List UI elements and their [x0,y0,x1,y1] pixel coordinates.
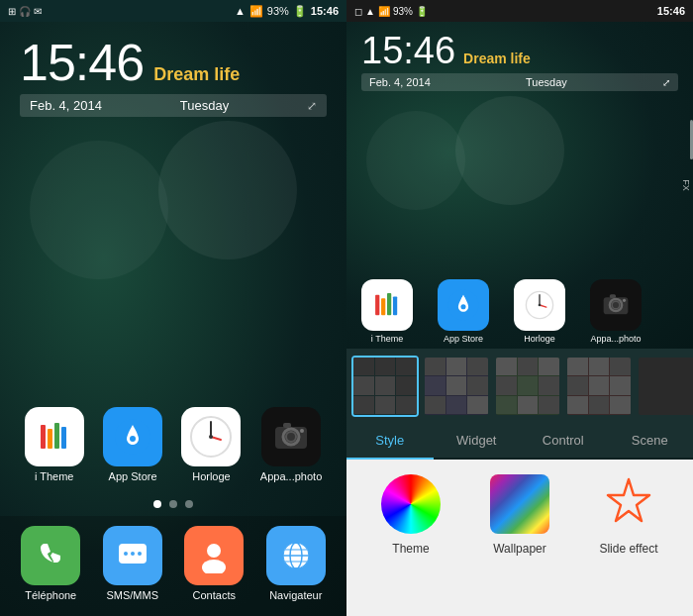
right-status-left: ▲ 📶 93% 🔋 15:46 [235,5,339,18]
svg-point-5 [130,436,136,442]
left-status-icons: ⊞ 🎧 ✉ [8,6,42,17]
horloge-icon [181,407,241,466]
app-appstore[interactable]: App Store [103,407,162,482]
right-camera-icon [590,279,642,331]
contacts-icon [184,526,244,585]
svg-point-14 [300,429,304,433]
battery-icon-left: 🔋 [293,5,307,18]
sms-icon [103,526,162,585]
theme-thumb-4[interactable] [565,356,633,417]
notification-icon: ◻ [354,6,362,17]
dock-contacts[interactable]: Contacts [184,526,244,601]
option-slide[interactable]: Slide effect [599,474,658,606]
dot-1 [153,500,161,508]
svg-point-36 [539,304,542,307]
theme-option-label: Theme [392,542,429,556]
option-wallpaper[interactable]: Wallpaper [490,474,549,606]
bottom-options: Theme Wallpaper Slide effect [346,460,693,616]
page-dots [0,492,346,516]
battery-left: 93% [267,5,289,17]
clock-time-left: 15:46 [20,37,144,88]
app-horloge[interactable]: Horloge [181,407,241,482]
svg-point-17 [131,552,135,556]
svg-point-41 [623,299,626,302]
mini-dream-life: Dream life [463,51,531,66]
dock-phone[interactable]: Téléphone [21,526,80,601]
svg-rect-29 [387,293,391,315]
theme-color-icon [381,474,441,534]
dock-sms[interactable]: SMS/MMS [103,526,162,601]
time-right: 15:46 [657,5,685,17]
expand-icon-left[interactable]: ⤢ [307,99,317,113]
camera-icon [261,407,321,466]
mini-clock-widget: 15:46 Dream life Feb. 4, 2014 Tuesday ⤢ [346,22,693,96]
svg-rect-0 [41,425,46,449]
tab-style[interactable]: Style [346,423,434,460]
app-icon-small: ⊞ [8,6,16,17]
appstore-icon [103,407,162,466]
svg-rect-13 [283,423,291,428]
svg-point-9 [209,435,213,439]
svg-rect-1 [48,429,52,449]
theme-thumb-2[interactable] [423,356,490,417]
right-preview-content: 15:46 Dream life Feb. 4, 2014 Tuesday ⤢ [346,22,693,349]
tab-control[interactable]: Control [520,423,607,458]
theme-thumb-3[interactable] [494,356,561,417]
tab-widget[interactable]: Widget [434,423,521,458]
right-appstore-icon [438,279,489,331]
right-camera-label: Appa...photo [590,334,641,344]
dot-3 [185,500,193,508]
wifi-icon: ▲ [235,5,246,17]
svg-rect-30 [393,297,397,316]
svg-rect-28 [381,298,385,315]
theme-thumb-5[interactable] [637,356,693,417]
app-camera[interactable]: Appa...photo [260,407,322,482]
left-content: 15:46 Dream life Feb. 4, 2014 Tuesday ⤢ [0,22,346,616]
date-bar-left: Feb. 4, 2014 Tuesday ⤢ [20,94,327,117]
contacts-label: Contacts [193,589,236,601]
svg-point-20 [207,544,221,558]
headphones-icon: 🎧 [19,6,31,17]
battery-icon-right: 🔋 [416,6,428,17]
slide-effect-icon [599,474,658,534]
horloge-label: Horloge [192,470,231,482]
right-itheme-icon [361,279,413,331]
option-theme[interactable]: Theme [381,474,441,606]
svg-rect-27 [375,295,379,315]
right-preview: 15:46 Dream life Feb. 4, 2014 Tuesday ⤢ [346,22,693,349]
right-itheme-label: i Theme [371,334,403,344]
day-left: Tuesday [180,98,229,113]
appstore-label: App Store [109,470,157,482]
itheme-icon [25,407,84,466]
tabs-row: Style Widget Control Scene [346,423,693,460]
message-icon: ✉ [34,6,42,17]
theme-thumb-1[interactable] [351,356,419,417]
signal-icon: 📶 [249,5,263,18]
mini-date: Feb. 4, 2014 [369,76,431,88]
right-horloge[interactable]: Horloge [504,279,575,344]
sms-label: SMS/MMS [106,589,158,601]
right-panel: 15:46 Dream life Feb. 4, 2014 Tuesday ⤢ [346,22,693,616]
wallpaper-icon [490,474,549,534]
right-appstore[interactable]: App Store [428,279,499,344]
camera-label: Appa...photo [260,470,322,482]
left-homescreen: 15:46 Dream life Feb. 4, 2014 Tuesday ⤢ [0,22,346,616]
dock-browser[interactable]: Navigateur [266,526,326,601]
clock-widget[interactable]: 15:46 Dream life Feb. 4, 2014 Tuesday ⤢ [0,22,346,125]
right-app-icons-row: i Theme App Store [346,274,693,349]
signal-icon-r: 📶 [378,6,390,17]
theme-selector-strip [346,349,693,423]
right-itheme[interactable]: i Theme [351,279,423,344]
svg-marker-42 [608,479,649,521]
mini-clock-time: 15:46 [361,32,455,69]
dot-2 [169,500,177,508]
right-horloge-icon [514,279,565,331]
bottom-dock: Téléphone SMS/MMS [0,516,346,616]
itheme-label: i Theme [35,470,74,482]
right-horloge-label: Horloge [524,334,555,344]
app-itheme[interactable]: i Theme [25,407,84,482]
right-camera[interactable]: Appa...photo [580,279,651,344]
svg-rect-3 [61,427,66,449]
svg-rect-40 [610,294,616,298]
tab-scene[interactable]: Scene [607,423,694,458]
